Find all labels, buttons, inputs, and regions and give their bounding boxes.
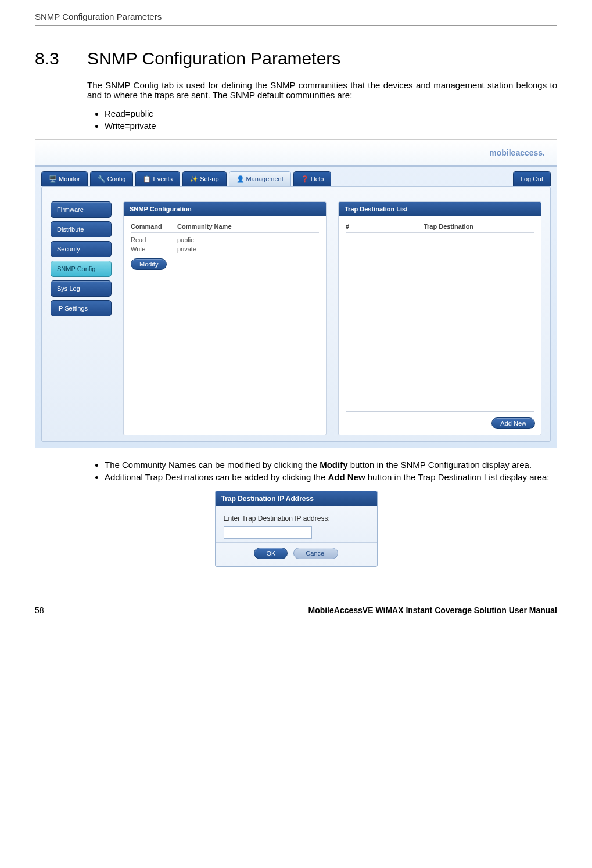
list-item: Write=private [105, 121, 557, 131]
modify-button[interactable]: Modify [131, 258, 167, 270]
sidebar: Firmware Distribute Security SNMP Config… [51, 201, 112, 435]
dialog-footer: OK Cancel [216, 542, 377, 566]
tab-label: Management [246, 175, 284, 182]
cell-command: Read [131, 236, 177, 243]
page-footer: 58 MobileAccessVE WiMAX Instant Coverage… [35, 602, 557, 615]
col-trap-destination: Trap Destination [363, 223, 534, 230]
logout-button[interactable]: Log Out [513, 171, 551, 186]
tab-label: Config [107, 175, 126, 182]
panel-title: SNMP Configuration [124, 202, 326, 216]
sidebar-item-syslog[interactable]: Sys Log [51, 280, 112, 297]
sidebar-item-snmp-config[interactable]: SNMP Config [51, 261, 112, 277]
note-text: The Community Names can be modified by c… [105, 460, 320, 470]
dialog-label: Enter Trap Destination IP address: [224, 514, 369, 523]
tab-config[interactable]: 🔧 Config [90, 171, 134, 186]
divider [346, 411, 534, 412]
main-tab-bar: 🖥️ Monitor 🔧 Config 📋 Events ✨ Set-up 👤 … [41, 168, 551, 185]
setup-icon: ✨ [190, 175, 197, 182]
sidebar-item-ip-settings[interactable]: IP Settings [51, 300, 112, 316]
col-number: # [346, 223, 363, 230]
list-item: Read=public [105, 109, 557, 118]
default-communities-list: Read=public Write=private [87, 109, 557, 131]
list-item: Additional Trap Destinations can be adde… [105, 472, 557, 482]
panel-title: Trap Destination List [339, 202, 541, 216]
snmp-table-header: Command Community Name [131, 223, 319, 233]
footer-manual-title: MobileAccessVE WiMAX Instant Coverage So… [308, 606, 557, 615]
tab-label: Help [311, 175, 324, 182]
cell-community: public [177, 236, 194, 243]
col-community-name: Community Name [177, 223, 232, 230]
note-bold: Modify [320, 460, 347, 470]
events-icon: 📋 [143, 175, 150, 182]
monitor-icon: 🖥️ [49, 175, 56, 182]
help-icon: ❓ [301, 175, 308, 182]
panel-body: Command Community Name Read public Write… [124, 216, 326, 435]
app-screenshot: mobileaccess. 🖥️ Monitor 🔧 Config 📋 Even… [35, 139, 557, 448]
tab-setup[interactable]: ✨ Set-up [182, 171, 226, 186]
section-title: SNMP Configuration Parameters [87, 49, 340, 69]
section-number: 8.3 [35, 49, 87, 69]
col-command: Command [131, 223, 177, 230]
table-row: Write private [131, 244, 319, 254]
note-bold: Add New [328, 472, 365, 482]
app-top-bar: mobileaccess. [35, 140, 557, 167]
tab-management[interactable]: 👤 Management [229, 171, 291, 186]
trap-table-header: # Trap Destination [346, 223, 534, 233]
table-row: Read public [131, 235, 319, 244]
panel-body: # Trap Destination Add New [339, 216, 541, 435]
wrench-icon: 🔧 [98, 175, 105, 182]
note-text: button in the SNMP Configuration display… [348, 460, 532, 470]
notes-list: The Community Names can be modified by c… [87, 460, 557, 482]
trap-ip-dialog: Trap Destination IP Address Enter Trap D… [215, 491, 378, 567]
dialog-body: Enter Trap Destination IP address: [216, 506, 377, 542]
trap-ip-dialog-figure: Trap Destination IP Address Enter Trap D… [215, 491, 378, 567]
note-text: button in the Trap Destination List disp… [365, 472, 550, 482]
cancel-button[interactable]: Cancel [293, 548, 338, 559]
sidebar-item-distribute[interactable]: Distribute [51, 221, 112, 237]
cell-community: private [177, 246, 196, 253]
intro-paragraph: The SNMP Config tab is used for defining… [87, 80, 557, 100]
sidebar-item-security[interactable]: Security [51, 241, 112, 257]
trap-destination-panel: Trap Destination List # Trap Destination… [338, 201, 541, 435]
tab-label: Events [153, 175, 173, 182]
management-icon: 👤 [236, 175, 243, 182]
ok-button[interactable]: OK [254, 548, 288, 559]
add-new-button[interactable]: Add New [491, 417, 535, 429]
brand-logo: mobileaccess. [489, 148, 545, 157]
tab-label: Monitor [59, 175, 80, 182]
tab-label: Set-up [200, 175, 218, 182]
panels-row: SNMP Configuration Command Community Nam… [123, 201, 541, 435]
tab-help[interactable]: ❓ Help [293, 171, 332, 186]
sidebar-item-firmware[interactable]: Firmware [51, 201, 112, 218]
tab-monitor[interactable]: 🖥️ Monitor [41, 171, 88, 186]
tab-events[interactable]: 📋 Events [135, 171, 180, 186]
footer-page-number: 58 [35, 606, 44, 615]
content-area: Firmware Distribute Security SNMP Config… [41, 186, 551, 442]
dialog-title: Trap Destination IP Address [216, 491, 377, 506]
note-text: Additional Trap Destinations can be adde… [105, 472, 328, 482]
list-item: The Community Names can be modified by c… [105, 460, 557, 470]
page-running-header: SNMP Configuration Parameters [35, 12, 557, 26]
snmp-configuration-panel: SNMP Configuration Command Community Nam… [123, 201, 327, 435]
cell-command: Write [131, 246, 177, 253]
trap-ip-input[interactable] [224, 526, 312, 539]
tab-label: Log Out [521, 175, 543, 182]
